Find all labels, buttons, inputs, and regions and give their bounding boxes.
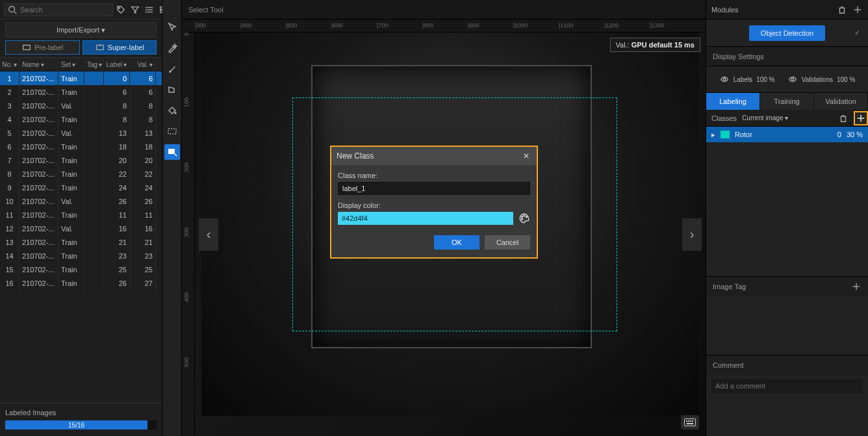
col-val-header[interactable]: Val.▾	[130, 58, 156, 71]
tag-icon[interactable]	[116, 5, 126, 15]
svg-line-1	[14, 11, 17, 14]
add-module-icon[interactable]	[852, 5, 863, 15]
svg-rect-19	[686, 420, 687, 422]
keyboard-icon[interactable]	[681, 415, 699, 430]
list-icon[interactable]	[144, 5, 155, 15]
tool-polygon[interactable]	[164, 82, 180, 97]
expand-icon[interactable]: ▸	[711, 131, 715, 139]
class-name: Rotor	[735, 131, 752, 138]
class-name-label: Class name:	[338, 172, 530, 179]
class-name-input[interactable]	[338, 182, 530, 195]
svg-rect-22	[692, 420, 693, 422]
tool-cursor[interactable]	[164, 19, 180, 35]
filter-icon[interactable]	[130, 5, 140, 15]
svg-rect-21	[690, 420, 691, 422]
svg-rect-17	[168, 149, 175, 154]
superlabel-button[interactable]: Super-label	[83, 40, 157, 55]
search-box[interactable]	[4, 3, 113, 16]
color-preview[interactable]: #42d4f4	[338, 212, 513, 225]
ok-button[interactable]: OK	[434, 235, 479, 250]
labeled-title: Labeled Images	[5, 409, 157, 417]
table-row[interactable]: 4210702-...Train88	[0, 112, 162, 126]
table-row[interactable]: 9210702-...Train2424	[0, 181, 162, 194]
svg-point-27	[791, 78, 794, 81]
tab-validation[interactable]: Validation	[814, 93, 868, 110]
comment-input[interactable]	[711, 379, 863, 393]
table-row[interactable]: 12210702-...Val.1616	[0, 222, 162, 235]
svg-point-2	[119, 7, 120, 8]
check-icon: ✓	[854, 29, 860, 37]
labels-visibility[interactable]: Labels 100 %	[719, 74, 775, 84]
search-icon	[7, 5, 18, 15]
svg-point-7	[146, 9, 146, 10]
delete-class-icon[interactable]	[838, 113, 849, 123]
next-image-button[interactable]: ›	[682, 218, 702, 251]
tool-wand[interactable]	[164, 40, 180, 56]
col-label-header[interactable]: Label▾	[104, 58, 130, 71]
progress-bar: 15/16	[5, 420, 157, 430]
col-tag-header[interactable]: Tag▾	[84, 58, 104, 71]
modules-header: Modules	[706, 0, 868, 19]
tab-labeling[interactable]: Labeling	[706, 93, 760, 110]
table-row[interactable]: 6210702-...Train1818	[0, 140, 162, 153]
table-row[interactable]: 15210702-...Train2525	[0, 263, 162, 276]
tool-title: Select Tool	[182, 0, 706, 19]
prev-image-button[interactable]: ‹	[199, 218, 218, 251]
tool-box[interactable]	[164, 144, 180, 160]
close-icon[interactable]: ✕	[521, 151, 531, 161]
palette-icon[interactable]	[518, 212, 530, 224]
tool-strip	[162, 0, 182, 436]
validation-badge: Val.: GPU default 15 ms	[610, 38, 700, 52]
table-row[interactable]: 16210702-...Train2627	[0, 276, 162, 290]
validations-visibility[interactable]: Validations 100 %	[787, 74, 856, 84]
right-panel: Modules Object Detection ✓ Display Setti…	[706, 0, 868, 436]
cancel-button[interactable]: Cancel	[485, 235, 530, 250]
svg-rect-20	[688, 420, 689, 422]
class-item[interactable]: ▸ Rotor 0 30 %	[706, 127, 868, 142]
modules-title: Modules	[711, 6, 739, 14]
table-row[interactable]: 1210702-...Train06	[0, 71, 162, 85]
class-pct: 30 %	[847, 131, 863, 138]
col-set-header[interactable]: Set▾	[58, 58, 84, 71]
svg-rect-23	[687, 423, 693, 424]
display-settings-header: Display Settings	[706, 47, 868, 66]
ruler-horizontal: |300|400|500|600|700|800|900|1000|1100|1…	[182, 19, 706, 32]
prelabel-button[interactable]: Pre-label	[5, 40, 80, 55]
image-table-body[interactable]: 1210702-...Train062210702-...Train663210…	[0, 71, 162, 403]
dialog-title: New Class	[337, 151, 374, 160]
search-input[interactable]	[20, 6, 110, 14]
table-row[interactable]: 14210702-...Train2323	[0, 249, 162, 263]
col-no-header[interactable]: No.▾	[0, 58, 19, 71]
table-row[interactable]: 3210702-...Val.88	[0, 99, 162, 112]
classes-label: Classes	[711, 114, 737, 122]
left-panel: Import/Export ▾ Pre-label Super-label No…	[0, 0, 162, 436]
table-row[interactable]: 10210702-...Val.2626	[0, 194, 162, 208]
scope-dropdown[interactable]: Current image ▾	[742, 114, 788, 122]
add-class-button[interactable]	[854, 111, 868, 125]
svg-point-6	[146, 7, 146, 8]
table-row[interactable]: 5210702-...Val.1313	[0, 126, 162, 140]
tab-training[interactable]: Training	[760, 93, 814, 110]
add-tag-icon[interactable]	[851, 281, 862, 292]
comment-header: Comment	[706, 355, 868, 375]
import-export-button[interactable]: Import/Export ▾	[5, 22, 157, 38]
class-swatch	[721, 131, 730, 138]
image-table-header: No.▾ Name▾ Set▾ Tag▾ Label▾ Val.▾	[0, 57, 162, 71]
tool-rect-select[interactable]	[164, 123, 180, 139]
ruler-vertical: 0100200300400500	[182, 32, 195, 436]
svg-point-8	[146, 12, 146, 12]
superlabel-label: Super-label	[108, 44, 144, 51]
col-name-header[interactable]: Name▾	[19, 58, 58, 71]
svg-point-35	[522, 218, 523, 220]
tool-bucket[interactable]	[164, 103, 180, 118]
delete-module-icon[interactable]	[837, 5, 847, 15]
svg-rect-16	[168, 129, 176, 134]
module-button[interactable]: Object Detection	[749, 25, 825, 41]
table-row[interactable]: 7210702-...Train2020	[0, 153, 162, 167]
eye-icon	[719, 74, 730, 84]
table-row[interactable]: 13210702-...Train2121	[0, 235, 162, 249]
tool-brush[interactable]	[164, 61, 180, 77]
table-row[interactable]: 8210702-...Train2222	[0, 167, 162, 181]
table-row[interactable]: 2210702-...Train66	[0, 85, 162, 99]
table-row[interactable]: 11210702-...Train1111	[0, 208, 162, 222]
